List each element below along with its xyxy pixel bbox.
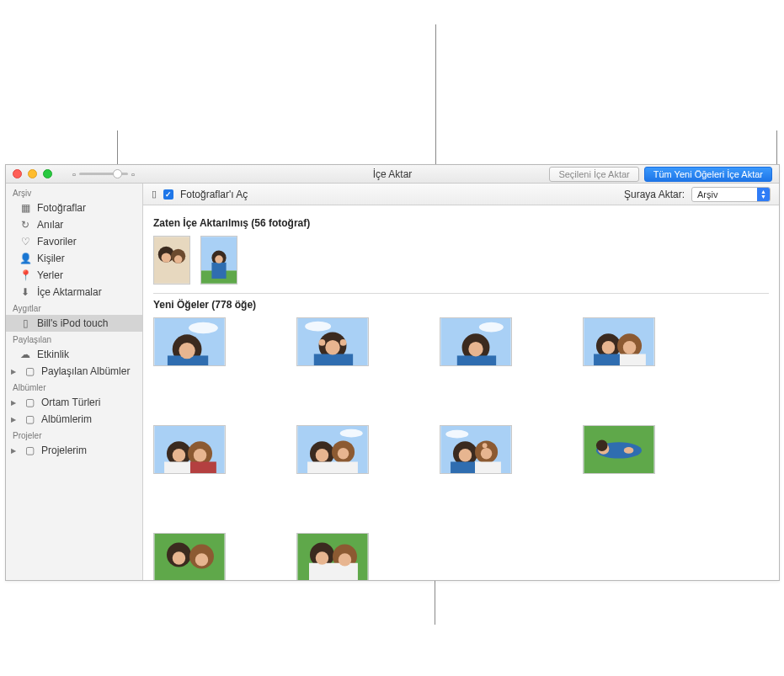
folder-icon: ▢: [24, 444, 35, 456]
svg-point-20: [319, 339, 326, 346]
device-icon: ▯: [19, 317, 31, 329]
sidebar-item-label: Yerler: [37, 269, 63, 281]
minimize-button[interactable]: [28, 169, 37, 178]
sidebar-item-places[interactable]: 📍 Yerler: [6, 267, 142, 284]
svg-rect-30: [594, 354, 620, 365]
sidebar-item-label: Ortam Türleri: [41, 397, 100, 408]
import-selected-button[interactable]: Seçileni İçe Aktar: [549, 167, 638, 182]
svg-point-66: [195, 553, 208, 566]
svg-point-60: [596, 439, 608, 451]
sidebar-item-label: Projelerim: [41, 444, 87, 456]
new-items-header: Yeni Öğeler (778 öğe): [153, 294, 769, 317]
svg-point-26: [468, 342, 483, 356]
svg-point-71: [316, 551, 328, 564]
svg-point-19: [325, 340, 339, 354]
photo-thumbnail[interactable]: [153, 317, 226, 366]
photo-thumbnail[interactable]: [153, 533, 226, 580]
photo-thumbnail[interactable]: [153, 425, 226, 474]
sidebar-item-people[interactable]: 👤 Kişiler: [6, 250, 142, 267]
sidebar-item-media-types[interactable]: ▶ ▢ Ortam Türleri: [6, 394, 142, 411]
sidebar-item-label: Albümlerim: [41, 413, 92, 425]
close-button[interactable]: [13, 169, 22, 178]
heart-icon: ♡: [19, 236, 31, 248]
sidebar-item-label: Favoriler: [37, 236, 77, 248]
pin-icon: 📍: [19, 269, 31, 281]
chevron-right-icon: ▶: [11, 447, 18, 455]
chevron-right-icon: ▶: [11, 399, 18, 407]
sidebar-item-favorites[interactable]: ♡ Favoriler: [6, 233, 142, 250]
sidebar-item-label: İçe Aktarmalar: [37, 286, 102, 298]
folder-icon: ▢: [24, 365, 35, 377]
open-photos-label: Fotoğraflar'ı Aç: [180, 189, 248, 200]
zoom-large-icon: ▫: [131, 169, 135, 179]
thumbnail-zoom-slider[interactable]: [79, 173, 128, 175]
import-to-value: Arşiv: [692, 189, 757, 200]
import-all-new-button[interactable]: Tüm Yeni Öğeleri İçe Aktar: [644, 167, 772, 182]
folder-icon: ▢: [24, 397, 35, 408]
photo-thumbnail[interactable]: [440, 425, 512, 474]
sidebar-item-photos[interactable]: ▦ Fotoğraflar: [6, 200, 142, 216]
svg-point-23: [479, 322, 504, 333]
button-label: Seçileni İçe Aktar: [558, 169, 629, 179]
chevron-right-icon: ▶: [11, 368, 18, 375]
svg-rect-38: [190, 461, 216, 473]
person-icon: 👤: [19, 253, 31, 264]
photo-thumbnail[interactable]: [296, 425, 369, 474]
import-to-popup[interactable]: Arşiv ▲▼: [691, 187, 771, 202]
sidebar: Arşiv ▦ Fotoğraflar ↻ Anılar ♡ Favoriler…: [6, 184, 143, 580]
sidebar-item-shared-albums[interactable]: ▶ ▢ Paylaşılan Albümler: [6, 363, 142, 380]
svg-rect-25: [457, 355, 496, 365]
sidebar-item-imports[interactable]: ⬇ İçe Aktarmalar: [6, 284, 142, 301]
sidebar-header-shared: Paylaşılan: [6, 332, 142, 346]
svg-point-2: [162, 253, 171, 262]
photos-icon: ▦: [19, 202, 31, 214]
svg-point-61: [624, 447, 634, 454]
device-icon: ▯: [152, 189, 157, 200]
svg-point-56: [483, 443, 488, 448]
sidebar-header-library: Arşiv: [6, 185, 142, 200]
sidebar-header-projects: Projeler: [6, 428, 142, 442]
svg-point-39: [173, 449, 185, 461]
svg-point-46: [316, 449, 328, 461]
sidebar-header-albums: Albümler: [6, 380, 142, 394]
photo-thumbnail[interactable]: [296, 533, 369, 580]
main-content: ▯ ✓ Fotoğraflar'ı Aç Şuraya Aktar: Arşiv…: [143, 184, 779, 580]
download-icon: ⬇: [19, 286, 31, 298]
sidebar-item-activity[interactable]: ☁ Etkinlik: [6, 346, 142, 363]
cloud-icon: ☁: [19, 349, 31, 360]
svg-rect-53: [475, 461, 501, 473]
sidebar-item-label: Anılar: [37, 219, 63, 231]
svg-rect-37: [164, 461, 190, 473]
already-imported-header: Zaten İçe Aktarılmış (56 fotoğraf): [153, 212, 769, 236]
sidebar-item-label: Bill's iPod touch: [37, 317, 108, 329]
sidebar-item-my-albums[interactable]: ▶ ▢ Albümlerim: [6, 411, 142, 428]
sidebar-item-label: Fotoğraflar: [37, 202, 86, 214]
svg-point-14: [179, 343, 195, 359]
svg-point-4: [174, 255, 183, 263]
photo-scroll-area[interactable]: Zaten İçe Aktarılmış (56 fotoğraf) Yeni …: [143, 205, 779, 580]
sidebar-item-memories[interactable]: ↻ Anılar: [6, 216, 142, 233]
sidebar-item-my-projects[interactable]: ▶ ▢ Projelerim: [6, 442, 142, 459]
photo-thumbnail[interactable]: [296, 317, 369, 366]
maximize-button[interactable]: [43, 169, 52, 178]
sidebar-item-device[interactable]: ▯ Bill's iPod touch: [6, 315, 142, 332]
svg-point-40: [194, 449, 206, 461]
slider-thumb[interactable]: [113, 169, 122, 178]
photo-thumbnail[interactable]: [583, 317, 655, 366]
svg-point-72: [339, 553, 351, 566]
svg-point-47: [338, 448, 349, 460]
svg-point-49: [445, 430, 468, 439]
import-bar: ▯ ✓ Fotoğraflar'ı Aç Şuraya Aktar: Arşiv…: [143, 184, 779, 205]
photo-thumbnail[interactable]: [153, 236, 190, 285]
photo-thumbnail[interactable]: [200, 236, 237, 285]
svg-rect-8: [211, 263, 226, 279]
open-photos-checkbox[interactable]: ✓: [163, 189, 173, 200]
thumbnail-zoom-group: ▫ ▫: [72, 169, 135, 179]
sidebar-item-label: Etkinlik: [37, 349, 69, 360]
titlebar: ▫ ▫ İçe Aktar Seçileni İçe Aktar Tüm Yen…: [6, 165, 779, 184]
svg-point-16: [305, 322, 331, 332]
button-label: Tüm Yeni Öğeleri İçe Aktar: [653, 169, 763, 179]
svg-point-65: [173, 551, 185, 564]
photo-thumbnail[interactable]: [583, 425, 655, 474]
photo-thumbnail[interactable]: [440, 317, 512, 366]
